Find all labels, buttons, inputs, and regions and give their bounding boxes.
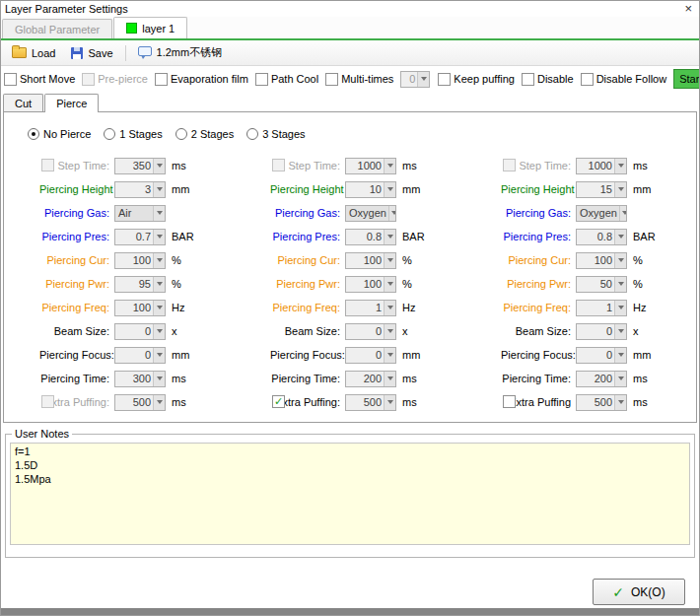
param-spinner[interactable]: 200 [576, 371, 627, 387]
dropdown-arrow-icon[interactable] [614, 182, 626, 197]
checkbox[interactable] [4, 73, 17, 86]
param-spinner[interactable]: 0.8 [576, 229, 627, 245]
load-button[interactable]: Load [5, 44, 62, 62]
tab-cut[interactable]: Cut [3, 94, 43, 111]
param-spinner[interactable]: 1000 [576, 158, 627, 174]
param-spinner[interactable]: 0 [576, 347, 627, 364]
dropdown-arrow-icon[interactable] [614, 324, 626, 339]
param-dropdown[interactable]: Oxygen [345, 205, 396, 222]
dropdown-arrow-icon[interactable] [384, 395, 395, 410]
follow-mode-select[interactable]: Standard [673, 69, 700, 89]
dropdown-arrow-icon[interactable] [153, 206, 165, 221]
dropdown-arrow-icon[interactable] [153, 159, 165, 173]
dropdown-arrow-icon[interactable] [384, 348, 395, 363]
param-spinner[interactable]: 0 [114, 323, 166, 340]
dropdown-arrow-icon[interactable] [153, 372, 165, 386]
dropdown-arrow-icon[interactable] [614, 159, 626, 173]
tab-layer-1[interactable]: layer 1 [113, 17, 187, 38]
param-spinner[interactable]: 0.8 [345, 229, 396, 245]
dropdown-arrow-icon[interactable] [153, 277, 165, 292]
param-spinner[interactable]: 15 [576, 181, 627, 198]
option-keep-puffing[interactable]: Keep puffing [438, 73, 515, 86]
dropdown-arrow-icon[interactable] [614, 348, 626, 363]
ok-button[interactable]: ✓ OK(O) [593, 579, 685, 605]
dropdown-arrow-icon[interactable] [384, 372, 395, 386]
checkbox[interactable] [522, 73, 534, 86]
param-spinner[interactable]: 500 [114, 394, 166, 411]
checkbox[interactable] [325, 73, 338, 86]
dropdown-arrow-icon[interactable] [153, 395, 165, 410]
param-spinner[interactable]: 100 [114, 252, 166, 269]
param-spinner[interactable]: 0.7 [114, 229, 166, 245]
param-spinner[interactable]: 200 [345, 371, 396, 387]
dropdown-arrow-icon[interactable] [153, 182, 165, 197]
dropdown-arrow-icon[interactable] [384, 301, 395, 315]
param-spinner[interactable]: 0 [400, 71, 430, 88]
param-spinner[interactable]: 100 [114, 300, 166, 316]
param-spinner[interactable]: 100 [576, 252, 627, 269]
checkbox[interactable] [438, 73, 451, 86]
dropdown-arrow-icon[interactable] [614, 253, 626, 268]
dropdown-arrow-icon[interactable] [153, 301, 165, 315]
checkbox[interactable] [255, 73, 268, 86]
tab-global-parameter[interactable]: Global Parameter [2, 19, 112, 38]
param-spinner[interactable]: 10 [345, 181, 396, 198]
dropdown-arrow-icon[interactable] [384, 253, 395, 268]
stage-option-3-stages[interactable]: 3 Stages [246, 125, 305, 142]
param-spinner[interactable]: 3 [114, 181, 166, 198]
dropdown-arrow-icon[interactable] [614, 277, 626, 292]
dropdown-arrow-icon[interactable] [153, 324, 165, 339]
dropdown-arrow-icon[interactable] [619, 206, 627, 221]
param-dropdown[interactable]: Air [114, 205, 166, 222]
dropdown-arrow-icon[interactable] [614, 301, 626, 315]
dropdown-arrow-icon[interactable] [417, 72, 429, 87]
param-spinner[interactable]: 50 [576, 276, 627, 293]
dropdown-arrow-icon[interactable] [388, 206, 396, 221]
dropdown-arrow-icon[interactable] [153, 253, 165, 268]
layer-tab-strip: Global Parameter layer 1 [1, 17, 699, 40]
param-spinner[interactable]: 0 [576, 323, 627, 340]
option-multi-times[interactable]: Multi-times [325, 73, 393, 86]
param-spinner[interactable]: 95 [114, 276, 166, 293]
material-button[interactable]: 1.2mm不锈钢 [131, 42, 230, 63]
param-spinner[interactable]: 1 [576, 300, 627, 316]
tab-pierce[interactable]: Pierce [44, 94, 99, 112]
dropdown-arrow-icon[interactable] [153, 230, 165, 244]
dropdown-arrow-icon[interactable] [384, 324, 395, 339]
param-spinner[interactable]: 1000 [345, 158, 396, 174]
param-spinner[interactable]: 1 [345, 300, 396, 316]
dropdown-arrow-icon[interactable] [384, 277, 395, 292]
param-spinner[interactable]: 300 [114, 371, 166, 387]
param-spinner[interactable]: 500 [345, 394, 396, 411]
checkbox[interactable] [503, 395, 516, 408]
dropdown-arrow-icon[interactable] [614, 372, 626, 386]
close-icon[interactable]: × [684, 2, 692, 16]
dropdown-arrow-icon[interactable] [614, 395, 626, 410]
param-spinner[interactable]: 0 [345, 323, 396, 340]
param-spinner[interactable]: 100 [345, 276, 396, 293]
dropdown-arrow-icon[interactable] [384, 159, 395, 173]
dropdown-arrow-icon[interactable] [614, 230, 626, 244]
user-notes-textarea[interactable]: f=1 1.5D 1.5Mpa [10, 443, 690, 545]
save-button[interactable]: Save [64, 44, 119, 62]
param-spinner[interactable]: 500 [576, 394, 627, 411]
stage-option-no-pierce[interactable]: No Pierce [28, 125, 91, 142]
param-spinner[interactable]: 100 [345, 252, 396, 269]
dropdown-arrow-icon[interactable] [384, 230, 395, 244]
option-path-cool[interactable]: Path Cool [255, 73, 318, 86]
checkbox[interactable] [155, 73, 168, 86]
option-disable-follow[interactable]: Disable Follow [581, 73, 667, 86]
param-dropdown[interactable]: Oxygen [576, 205, 627, 222]
option-evaporation-film[interactable]: Evaporation film [155, 73, 248, 86]
stage-option-2-stages[interactable]: 2 Stages [175, 125, 234, 142]
dropdown-arrow-icon[interactable] [384, 182, 395, 197]
param-spinner[interactable]: 0 [114, 347, 166, 364]
checkbox[interactable]: ✓ [272, 395, 285, 408]
checkbox[interactable] [581, 73, 594, 86]
stage-option-1-stages[interactable]: 1 Stages [104, 125, 162, 142]
option-short-move[interactable]: Short Move [4, 73, 75, 86]
param-spinner[interactable]: 0 [345, 347, 396, 364]
option-disable[interactable]: Disable [522, 73, 574, 86]
param-spinner[interactable]: 350 [114, 158, 166, 174]
dropdown-arrow-icon[interactable] [153, 348, 165, 363]
